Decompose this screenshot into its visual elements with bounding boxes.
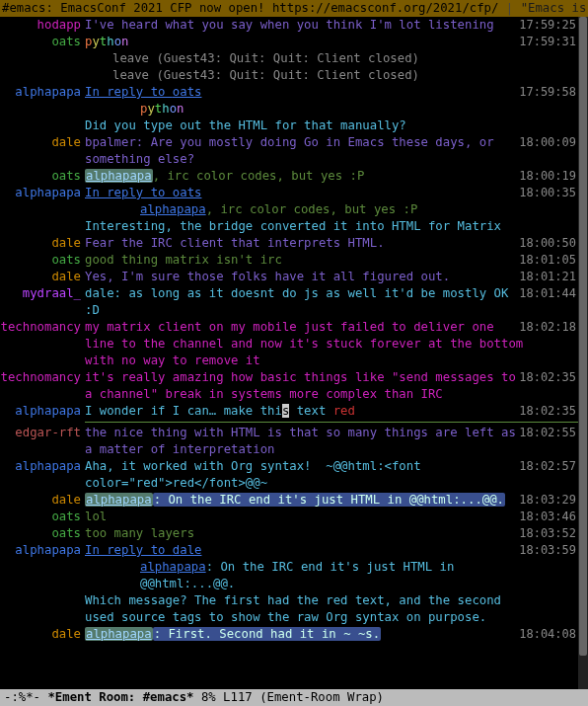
message-body: bpalmer: Are you mostly doing Go in Emac… xyxy=(85,134,529,168)
reply-link[interactable]: alphapapa xyxy=(140,560,206,574)
nick[interactable]: dale xyxy=(51,135,81,149)
timestamp: 18:01:21 xyxy=(519,269,576,285)
reply-link[interactable]: In reply to xyxy=(85,543,173,557)
chat-row: edgar-rftthe nice thing with HTML is tha… xyxy=(0,425,588,458)
message-body: it's really amazing how basic things lik… xyxy=(85,369,529,403)
chat-row: alphapapaIn reply to dale18:03:59 xyxy=(0,542,588,559)
reply-link[interactable]: dale xyxy=(173,543,202,557)
nick[interactable]: alphapapa xyxy=(15,543,81,557)
chat-row: alphapapa: On the IRC end it's just HTML… xyxy=(0,559,588,592)
header-channel: #emacs xyxy=(2,1,45,15)
chat-row: daleFear the IRC client that interprets … xyxy=(0,235,588,252)
message-body: alphapapa: On the IRC end it's just HTML… xyxy=(85,559,529,592)
timestamp: 18:02:57 xyxy=(519,458,576,475)
highlight-message: : On the IRC end it's just HTML in @@htm… xyxy=(153,493,505,507)
nick[interactable]: alphapapa xyxy=(15,404,81,418)
message-text: Which message? The first had the red tex… xyxy=(85,593,508,624)
nick[interactable]: oats xyxy=(51,169,81,183)
chat-row: alphapapa, irc color codes, but yes :P xyxy=(0,201,588,218)
message-text: text xyxy=(289,404,332,418)
message-text: leave (Guest43: Quit: Quit: Client close… xyxy=(112,51,419,65)
nick-column: alphapapa xyxy=(0,84,85,101)
rainbow-word: python xyxy=(85,35,128,48)
nick-column: dale xyxy=(0,134,85,151)
chat-row: oatstoo many layers18:03:52 xyxy=(0,525,588,542)
highlight-message: : First. Second had it in ~ ~s. xyxy=(153,627,382,641)
scrollbar[interactable] xyxy=(578,17,588,689)
message-body: python xyxy=(85,101,529,118)
message-text: it's really amazing how basic things lik… xyxy=(85,370,523,401)
scrollbar-thumb[interactable] xyxy=(579,17,587,656)
nick-column: dale xyxy=(0,626,85,643)
nick[interactable]: oats xyxy=(51,510,81,523)
message-text: I wonder if I can… make thi xyxy=(85,404,282,418)
reply-link[interactable]: alphapapa xyxy=(140,202,206,216)
chat-row: technomancymy matrix client on my mobile… xyxy=(0,319,588,369)
timestamp: 18:01:05 xyxy=(519,252,576,269)
chat-row: Interesting, the bridge converted it int… xyxy=(0,218,588,235)
nick[interactable]: dale xyxy=(51,236,81,250)
timestamp: 18:03:29 xyxy=(519,492,576,509)
nick[interactable]: alphapapa xyxy=(15,459,81,473)
read-marker xyxy=(85,422,588,423)
reply-link[interactable]: In reply to xyxy=(85,186,173,199)
reply-link[interactable]: In reply to xyxy=(85,85,173,99)
nick[interactable]: hodapp xyxy=(37,18,81,32)
chat-row: Did you type out the HTML for that manua… xyxy=(0,118,588,134)
message-body: In reply to oats xyxy=(85,84,529,101)
message-text: good thing matrix isn't irc xyxy=(85,253,282,267)
message-body: too many layers xyxy=(85,525,529,542)
message-text: Fear the IRC client that interprets HTML… xyxy=(85,236,385,250)
nick[interactable]: oats xyxy=(51,253,81,267)
message-body: alphapapa, irc color codes, but yes :P xyxy=(85,168,529,185)
message-body: I wonder if I can… make this text red xyxy=(85,403,529,420)
message-body: good thing matrix isn't irc xyxy=(85,252,529,269)
nick[interactable]: mydraal_ xyxy=(23,286,81,300)
timestamp: 18:03:46 xyxy=(519,509,576,525)
nick[interactable]: technomancy xyxy=(1,370,81,384)
chat-row: oatspython17:59:31 xyxy=(0,34,588,50)
nick-column: oats xyxy=(0,34,85,50)
nick[interactable]: oats xyxy=(51,526,81,540)
nick[interactable]: dale xyxy=(51,270,81,283)
message-text: Interesting, the bridge converted it int… xyxy=(85,219,501,233)
reply-link[interactable]: oats xyxy=(173,85,202,99)
reply-link[interactable]: oats xyxy=(173,186,202,199)
timestamp: 18:02:35 xyxy=(519,369,576,386)
nick[interactable]: dale xyxy=(51,627,81,641)
message-body: In reply to dale xyxy=(85,542,529,559)
highlight-nick: alphapapa xyxy=(85,627,153,641)
message-text: the nice thing with HTML is that so many… xyxy=(85,426,523,456)
nick[interactable]: technomancy xyxy=(1,320,81,334)
nick[interactable]: oats xyxy=(51,35,81,48)
message-text: bpalmer: Are you mostly doing Go in Emac… xyxy=(85,135,501,166)
message-body: I've heard what you say when you think I… xyxy=(85,17,529,34)
timestamp: 18:01:44 xyxy=(519,285,576,302)
timestamp: 18:00:09 xyxy=(519,134,576,151)
message-text: too many layers xyxy=(85,526,194,540)
modeline-left: -:%*- xyxy=(4,690,47,704)
message-text: Did you type out the HTML for that manua… xyxy=(85,118,406,132)
nick-column: hodapp xyxy=(0,17,85,34)
nick-column: oats xyxy=(0,525,85,542)
chat-row: oatslol18:03:46 xyxy=(0,509,588,525)
nick[interactable]: dale xyxy=(51,493,81,507)
chat-row: alphapapaIn reply to oats18:00:35 xyxy=(0,185,588,201)
message-body: leave (Guest43: Quit: Quit: Client close… xyxy=(85,67,529,84)
nick[interactable]: edgar-rft xyxy=(15,426,81,439)
timestamp: 17:59:31 xyxy=(519,34,576,50)
chat-row: leave (Guest43: Quit: Quit: Client close… xyxy=(0,50,588,67)
chat-row: Which message? The first had the red tex… xyxy=(0,592,588,626)
message-text: ~ xyxy=(260,476,267,490)
chat-row: alphapapaIn reply to oats17:59:58 xyxy=(0,84,588,101)
chat-row: python xyxy=(0,101,588,118)
timestamp: 17:59:58 xyxy=(519,84,576,101)
timestamp: 18:04:08 xyxy=(519,626,576,643)
message-text: dale: as long as it doesnt do js as well… xyxy=(85,286,516,317)
timestamp: 18:00:19 xyxy=(519,168,576,185)
nick[interactable]: alphapapa xyxy=(15,186,81,199)
nick-column: technomancy xyxy=(0,369,85,386)
nick[interactable]: alphapapa xyxy=(15,85,81,99)
nick-column: edgar-rft xyxy=(0,425,85,441)
modeline-mode: (Ement-Room Wrap) xyxy=(259,690,384,704)
